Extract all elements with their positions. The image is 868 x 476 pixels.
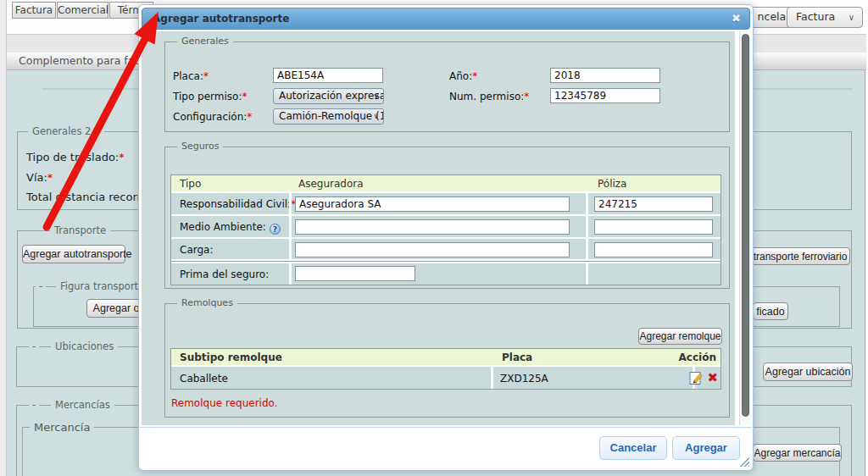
collapse-toggle[interactable]: - [29,340,39,352]
resize-handle[interactable] [739,457,749,467]
tipo-traslado-label: Tipo de traslado:* [26,151,125,163]
agregar-mercancia-button[interactable]: Agregar mercancía [753,444,842,462]
chevron-down-icon: ∨ [849,8,854,27]
carga-aseguradora-input[interactable] [295,242,570,257]
col-accion: Acción [679,351,716,363]
delete-icon[interactable]: ✖ [707,371,718,385]
responsabilidad-aseguradora-input[interactable] [295,196,570,212]
agregar-button[interactable]: Agregar [672,436,740,460]
fieldset-mercancias-legend: Mercancías [51,399,114,411]
document-type-value: Factura [796,10,835,23]
carga-poliza-input[interactable] [594,242,713,257]
dialog-content: Generales Placa:* Año:* Tipo permiso:* A… [142,31,735,425]
table-row: Caballete ZXD125A ✖ [171,365,721,389]
anio-input[interactable] [550,68,660,83]
fieldset-generales-legend: Generales [177,36,233,47]
col-aseguradora: Aseguradora [298,178,364,190]
application-window: Factura Comercial Térmi Complemento para… [0,0,868,476]
col-placa: Placa [502,351,532,363]
configuracion-select[interactable]: Camión-Remolque (1 ∨ [273,108,384,125]
dialog-agregar-autotransporte: Agregar autotransporte ✖ Generales Placa… [138,4,754,471]
agregar-remolque-button[interactable]: Agregar remolque [638,328,722,345]
medio-ambiente-aseguradora-input[interactable] [295,219,570,235]
num-permiso-input[interactable] [550,88,660,103]
remolque-placa-value: ZXD125A [500,373,548,385]
medio-ambiente-label: Medio Ambiente:? [180,221,281,235]
anio-label: Año:* [449,69,477,84]
dialog-title: Agregar autotransporte [153,13,289,25]
num-permiso-label: Num. permiso:* [449,89,529,104]
configuracion-label: Configuración:* [173,109,252,125]
table-row: Medio Ambiente:? [171,214,721,237]
footer-divider [140,427,752,428]
medio-ambiente-poliza-input[interactable] [594,219,713,235]
remolques-table: Subtipo remolque Placa Acción Caballete … [170,348,721,390]
table-row: Responsabilidad Civil:* [171,191,721,214]
collapse-toggle[interactable]: - [29,399,39,411]
tab-factura[interactable]: Factura [12,2,56,19]
fieldset-seguros-legend: Seguros [177,141,223,152]
vertical-scrollbar[interactable] [739,31,751,425]
responsabilidad-civil-label: Responsabilidad Civil:* [180,198,296,210]
help-icon[interactable]: ? [270,224,281,235]
chevron-down-icon: ∨ [373,89,379,103]
scrollbar-thumb[interactable] [742,34,749,417]
carga-label: Carga: [180,244,213,256]
left-gutter [0,0,7,476]
responsabilidad-poliza-input[interactable] [594,196,713,212]
agregar-transporte-ferroviario-button[interactable]: transporte ferroviario [750,247,850,265]
chevron-down-icon: ∨ [373,109,379,124]
fieldset-remolques-legend: Remolques [177,297,237,308]
table-row: Prima del seguro: [171,263,721,285]
fieldset-mercancia-legend: Mercancía [30,421,94,434]
via-label: Vía:* [26,171,53,184]
prima-seguro-label: Prima del seguro: [180,268,269,280]
close-icon[interactable]: ✖ [732,12,741,25]
fieldset-remolques: Remolques Agregar remolque Subtipo remol… [164,303,730,418]
agregar-autotransporte-button[interactable]: Agregar autotransporte [22,245,125,263]
fieldset-generales-2-legend: Generales 2.0 [28,125,104,137]
prima-seguro-input[interactable] [295,266,415,281]
col-poliza: Póliza [598,178,626,190]
tipo-permiso-select[interactable]: Autorización expresa ∨ [273,88,384,104]
col-tipo: Tipo [180,178,201,190]
remolque-subtipo-value: Caballete [180,373,228,385]
agregar-ubicacion-button[interactable]: Agregar ubicación [763,363,853,381]
tipo-permiso-label: Tipo permiso:* [173,89,247,104]
seguros-table: Tipo Aseguradora Póliza Responsabilidad … [170,174,721,285]
tab-comercial[interactable]: Comercial [57,2,108,19]
operador-certificado-button[interactable]: ficado [753,302,788,320]
edit-icon[interactable] [689,371,704,389]
fieldset-figura-legend: Figura transporte [56,280,148,292]
fieldset-generales: Generales Placa:* Año:* Tipo permiso:* A… [164,42,730,132]
col-subtipo-remolque: Subtipo remolque [180,351,282,363]
remolques-table-header: Subtipo remolque Placa Acción [171,349,721,365]
seguros-table-header: Tipo Aseguradora Póliza [171,175,721,191]
placa-input[interactable] [273,68,383,83]
fieldset-transporte-legend: Transporte [50,224,110,236]
dialog-titlebar[interactable]: Agregar autotransporte ✖ [142,8,750,30]
table-row: Carga: [171,237,721,259]
placa-label: Placa:* [173,69,209,84]
remolque-error-message: Remolque requerido. [171,397,277,409]
fieldset-ubicaciones-legend: Ubicaciones [51,340,118,352]
cancelar-button[interactable]: Cancelar [599,436,667,460]
document-type-select[interactable]: Factura ∨ [787,7,863,28]
collapse-toggle[interactable]: - [36,280,46,292]
fieldset-seguros: Seguros Tipo Aseguradora Póliza Responsa… [164,147,730,289]
